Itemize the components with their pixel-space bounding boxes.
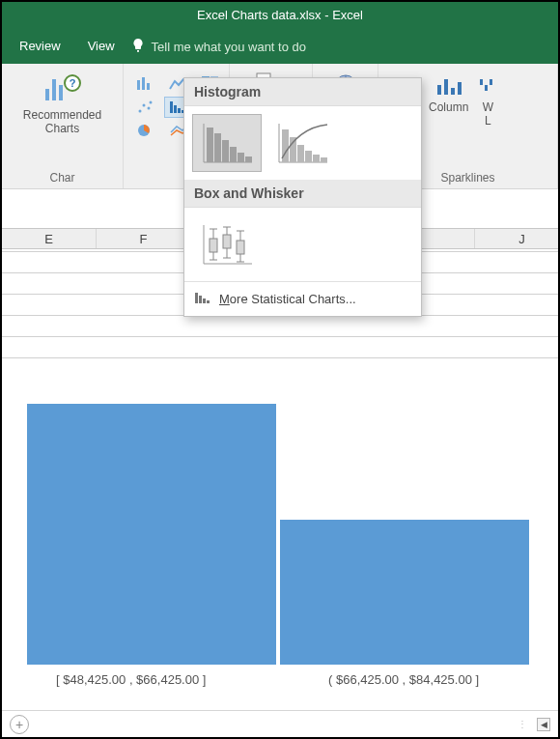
- box-whisker-chart-option[interactable]: [192, 215, 262, 273]
- chart-bar-1: [27, 404, 276, 665]
- new-sheet-button[interactable]: +: [10, 715, 29, 734]
- chart-category-2: ( $66,425.00 , $84,425.00 ]: [328, 672, 479, 687]
- sparklines-group-label: Sparklines: [440, 171, 494, 186]
- recommended-charts-icon: ?: [43, 71, 82, 107]
- svg-rect-31: [305, 151, 312, 162]
- histogram-icon: [194, 290, 211, 308]
- insert-pie-button[interactable]: [131, 120, 158, 141]
- col-header-f[interactable]: F: [97, 229, 191, 248]
- svg-rect-25: [245, 156, 252, 162]
- svg-rect-23: [230, 147, 237, 162]
- worksheet-area[interactable]: [ $48,425.00 , $66,425.00 ] ( $66,425.00…: [2, 251, 558, 708]
- svg-rect-41: [223, 235, 231, 248]
- svg-rect-20: [207, 128, 213, 162]
- svg-text:?: ?: [69, 77, 75, 89]
- col-header-e[interactable]: E: [2, 229, 97, 248]
- chart-category-1: [ $48,425.00 , $66,425.00 ]: [56, 672, 206, 687]
- title-bar: Excel Charts data.xlsx - Excel: [2, 2, 558, 29]
- recommended-charts-button[interactable]: ? Recommended Charts: [17, 70, 107, 138]
- tab-review[interactable]: Review: [6, 33, 74, 61]
- col-header-j[interactable]: J: [475, 229, 560, 248]
- svg-point-8: [148, 107, 151, 110]
- sparkline-column-button[interactable]: Column: [425, 73, 472, 130]
- svg-rect-30: [297, 145, 304, 162]
- sparkline-winloss-button[interactable]: WL: [476, 73, 499, 130]
- charts-group-label: Char: [49, 171, 74, 186]
- histogram-section-header: Histogram: [184, 78, 421, 106]
- sparkline-winloss-icon: [478, 75, 497, 99]
- sparkline-column-label: Column: [429, 101, 468, 115]
- horizontal-scrollbar[interactable]: ⋮ ◀: [518, 718, 550, 731]
- tab-view[interactable]: View: [74, 33, 128, 61]
- histogram-options-row: [184, 106, 421, 180]
- statistical-charts-dropdown: Histogram: [183, 77, 422, 317]
- svg-rect-32: [313, 155, 320, 162]
- svg-rect-45: [237, 241, 244, 254]
- insert-bar-chart-button[interactable]: [131, 73, 158, 95]
- svg-rect-37: [210, 239, 217, 252]
- pareto-chart-option[interactable]: [267, 114, 337, 172]
- sparkline-column-icon: [435, 75, 462, 99]
- more-statistical-charts-button[interactable]: More Statistical Charts...: [184, 281, 421, 316]
- histogram-chart-option[interactable]: [192, 114, 262, 172]
- status-bar: + ⋮ ◀: [2, 710, 558, 737]
- svg-rect-29: [290, 137, 296, 162]
- grip-icon: ⋮: [518, 719, 529, 729]
- svg-point-7: [143, 104, 146, 107]
- svg-point-6: [139, 110, 142, 113]
- ribbon-tabs: Review View Tell me what you want to do: [2, 29, 558, 64]
- sparkline-winloss-label: WL: [483, 101, 493, 128]
- insert-scatter-button[interactable]: [131, 97, 158, 118]
- box-whisker-section-header: Box and Whisker: [184, 180, 421, 208]
- box-whisker-options-row: [184, 208, 421, 281]
- window-title: Excel Charts data.xlsx - Excel: [197, 8, 363, 22]
- svg-rect-24: [238, 153, 244, 162]
- scroll-left-button[interactable]: ◀: [537, 718, 550, 731]
- more-statistical-label: More Statistical Charts...: [219, 292, 356, 306]
- ribbon-group-charts: ? Recommended Charts Char: [2, 64, 124, 188]
- lightbulb-icon: [130, 38, 146, 56]
- svg-rect-21: [214, 133, 221, 162]
- tell-me-placeholder: Tell me what you want to do: [152, 40, 306, 54]
- chart-bar-2: [280, 520, 529, 665]
- svg-rect-22: [222, 140, 229, 162]
- recommended-charts-label: Recommended Charts: [23, 109, 101, 136]
- tell-me-search[interactable]: Tell me what you want to do: [130, 38, 306, 56]
- svg-rect-33: [321, 157, 327, 162]
- svg-point-9: [150, 101, 153, 104]
- plus-icon: +: [15, 717, 23, 732]
